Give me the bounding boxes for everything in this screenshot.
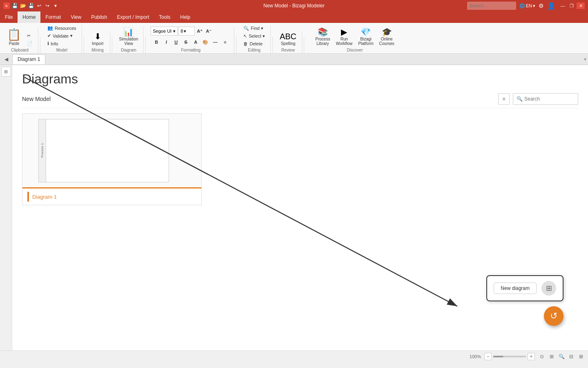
online-courses-button[interactable]: 🎓 OnlineCourses (377, 27, 396, 47)
grid-view-icon[interactable]: ⊞ (548, 353, 555, 360)
underline-button[interactable]: U (172, 38, 180, 46)
menu-publish[interactable]: Publish (86, 11, 112, 23)
quick-access-3[interactable]: 💾 (28, 2, 34, 9)
tab-bar: ◀ Diagram 1 ▾ (0, 54, 588, 65)
zoom-in-button[interactable]: + (528, 353, 535, 360)
diagrams-grid: Process 1 Diagram 1 (22, 113, 578, 205)
cut-button[interactable]: ✂ (25, 32, 35, 39)
format-row: B I U S A 🎨 — ≡ (151, 37, 231, 47)
fill-color-button[interactable]: 🎨 (201, 38, 209, 46)
simulation-label: SimulationView (119, 37, 138, 46)
sidebar-toggle-button[interactable]: ⊞ (1, 67, 11, 76)
find-button[interactable]: 🔍 Find ▾ (241, 25, 267, 32)
process-library-icon: 📚 (318, 28, 328, 36)
paste-button[interactable]: 📋 Paste (5, 28, 23, 47)
bizagi-platform-button[interactable]: 💎 BizagiPlatform (356, 27, 375, 47)
user-icon[interactable]: 👤 (547, 2, 555, 10)
font-color-button[interactable]: A (192, 38, 200, 46)
select-button[interactable]: ↖ Select ▾ (241, 33, 267, 40)
sep5 (236, 37, 236, 53)
model-name: New Model (22, 96, 51, 102)
zoom-actual-icon[interactable]: ⊟ (568, 353, 575, 360)
menu-home[interactable]: Home (18, 11, 40, 23)
bold-button[interactable]: B (152, 38, 160, 46)
undo-btn[interactable]: ↩ (36, 2, 42, 9)
bizagi-platform-label: BizagiPlatform (358, 37, 373, 46)
mining-label: Mining (91, 48, 103, 53)
quick-access-1[interactable]: 💾 (11, 2, 18, 9)
formatting-group: Segoe UI ▾ 8 ▾ A⁺ A⁻ B I U S A 🎨 (147, 27, 234, 53)
run-workflow-button[interactable]: ▶ RunWorkflow (334, 27, 354, 47)
line-color-button[interactable]: — (211, 38, 219, 46)
new-diagram-popup: New diagram ⊞ (486, 275, 564, 301)
settings-icon[interactable]: ⚙ (539, 2, 544, 9)
menu-format[interactable]: Format (40, 11, 66, 23)
new-diagram-icon-button[interactable]: ⊞ (541, 281, 556, 296)
language-selector[interactable]: 🌐 EN ▾ (519, 3, 535, 9)
sep1 (40, 37, 40, 53)
tab-scroll-right[interactable]: ▾ (584, 56, 586, 62)
fit-page-icon[interactable]: ⊙ (538, 353, 546, 360)
copy-icon: 📄 (27, 41, 33, 46)
online-courses-icon: 🎓 (382, 28, 392, 36)
editing-group: 🔍 Find ▾ ↖ Select ▾ 🗑 Delete Editing (238, 25, 271, 53)
quick-access-2[interactable]: 📂 (20, 2, 26, 9)
font-family-selector[interactable]: Segoe UI ▾ (151, 27, 178, 36)
search-input[interactable] (524, 96, 575, 102)
tab-diagram1[interactable]: Diagram 1 (12, 54, 45, 64)
menu-tools[interactable]: Tools (154, 11, 175, 23)
title-bar: B 💾 📂 💾 ↩ ↪ ▾ New Model - Bizagi Modeler… (0, 0, 588, 11)
resources-icon: 👥 (47, 25, 53, 31)
menu-help[interactable]: Help (175, 11, 195, 23)
delete-button[interactable]: 🗑 Delete (241, 40, 267, 47)
globe-icon: 🌐 (519, 3, 525, 9)
import-button[interactable]: ⬇ Import (89, 31, 106, 47)
font-size-selector[interactable]: 8 ▾ (178, 27, 195, 36)
menu-view[interactable]: View (66, 11, 86, 23)
search-box: 🔍 (513, 93, 578, 105)
menu-export-import[interactable]: Export / Import (112, 11, 154, 23)
redo-btn[interactable]: ↪ (44, 2, 51, 9)
fab-icon: ↺ (550, 311, 557, 321)
spelling-icon: ABC (280, 32, 296, 40)
close-button[interactable]: ✕ (577, 2, 585, 9)
model-small-group: 👥 Resources ✔ Validate ▾ ℹ Info (45, 25, 78, 47)
model-header-actions: ≡ 🔍 (498, 93, 578, 105)
info-label: Info (51, 41, 58, 46)
increase-font-button[interactable]: A⁺ (196, 27, 204, 35)
tab-diagram1-label: Diagram 1 (18, 56, 40, 62)
italic-button[interactable]: I (162, 38, 170, 46)
zoom-out-button[interactable]: − (484, 353, 492, 360)
diagram-canvas-preview: Process 1 (38, 119, 169, 182)
zoom-slider[interactable] (493, 356, 526, 357)
mining-group: ⬇ Import Mining (86, 31, 110, 53)
menu-file[interactable]: File (0, 11, 18, 23)
simulation-view-button[interactable]: 📊 SimulationView (117, 27, 140, 47)
diagram-card[interactable]: Process 1 Diagram 1 (22, 113, 202, 205)
diagram-thumbnail: Process 1 (22, 114, 201, 187)
fab-button[interactable]: ↺ (544, 306, 564, 326)
resources-label: Resources (55, 26, 76, 31)
online-courses-label: OnlineCourses (379, 37, 394, 46)
new-diagram-button[interactable]: New diagram (494, 283, 537, 294)
view-toggle-button[interactable]: ≡ (498, 93, 510, 105)
restore-button[interactable]: ❐ (568, 2, 576, 9)
model-group: 👥 Resources ✔ Validate ▾ ℹ Info Model (42, 25, 82, 53)
copy-button[interactable]: 📄 (25, 40, 35, 47)
decrease-font-button[interactable]: A⁻ (205, 27, 213, 35)
zoom-slider-track (493, 356, 503, 357)
strikethrough-button[interactable]: S (182, 38, 190, 46)
customize-btn[interactable]: ▾ (52, 2, 59, 9)
top-search-input[interactable] (467, 2, 516, 10)
validate-button[interactable]: ✔ Validate ▾ (45, 32, 78, 39)
zoom-fit-icon[interactable]: 🔍 (558, 353, 565, 360)
process-library-button[interactable]: 📚 ProcessLibrary (313, 27, 332, 47)
page-layout-icon[interactable]: ⊞ (577, 353, 585, 360)
diagram-name: Diagram 1 (32, 194, 57, 200)
resources-button[interactable]: 👥 Resources (45, 25, 78, 31)
minimize-button[interactable]: — (559, 2, 567, 9)
spelling-button[interactable]: ABC Spelling (278, 31, 298, 47)
info-button[interactable]: ℹ Info (45, 40, 78, 47)
tab-back-button[interactable]: ◀ (2, 55, 11, 64)
align-button[interactable]: ≡ (221, 38, 229, 46)
